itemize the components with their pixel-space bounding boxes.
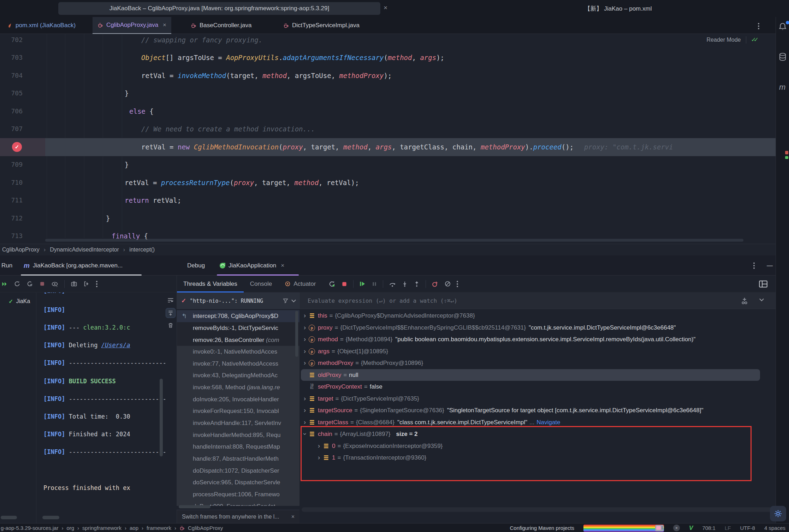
- frame-row-current[interactable]: ↰intercept:708, CglibAopProxy$D: [177, 310, 299, 322]
- expand-icon[interactable]: ›: [301, 395, 309, 402]
- close-icon[interactable]: ×: [384, 4, 387, 12]
- variable-row-this[interactable]: › this={CglibAopProxy$DynamicAdvisedInte…: [301, 310, 776, 321]
- run-console[interactable]: [INFO] [INFO] [INFO] --- clean:3.2.0:c […: [36, 292, 165, 514]
- frame-row[interactable]: invoke:43, DelegatingMethodAc: [177, 370, 299, 382]
- console-vertical-scrollbar[interactable]: [160, 379, 163, 456]
- tab-basecontroller[interactable]: BaseController.java: [186, 17, 256, 34]
- step-over-icon[interactable]: [389, 280, 396, 288]
- expand-icon[interactable]: ›: [301, 336, 309, 343]
- console-horizontal-scrollbar[interactable]: [42, 516, 59, 519]
- frame-row[interactable]: invokeForRequest:150, Invocabl: [177, 405, 299, 417]
- rerun-failed-icon[interactable]: [26, 280, 33, 287]
- minimize-icon[interactable]: —: [767, 262, 773, 269]
- more-kebab-icon[interactable]: [457, 281, 458, 287]
- expand-icon[interactable]: ›: [301, 312, 309, 319]
- frame-row[interactable]: doService:965, DispatcherServle: [177, 477, 299, 489]
- resume-icon[interactable]: [359, 280, 366, 287]
- layout-settings-icon[interactable]: [759, 280, 768, 288]
- export-icon[interactable]: [83, 280, 90, 287]
- editor-horizontal-scrollbar[interactable]: [45, 239, 743, 242]
- frame-row[interactable]: invoke:568, Method (java.lang.re: [177, 382, 299, 394]
- frames-vertical-scrollbar[interactable]: [295, 311, 298, 357]
- expand-icon[interactable]: ›: [301, 419, 309, 426]
- path-item[interactable]: framework: [147, 525, 171, 531]
- stop-icon[interactable]: [39, 281, 45, 287]
- breadcrumb-item[interactable]: CglibAopProxy: [2, 247, 40, 253]
- close-icon[interactable]: ×: [291, 514, 295, 520]
- breadcrumb-item[interactable]: intercept(): [129, 247, 155, 253]
- camera-icon[interactable]: [71, 280, 77, 287]
- path-item[interactable]: springframework: [82, 525, 121, 531]
- frame-row[interactable]: handleInternal:808, RequestMap: [177, 441, 299, 453]
- debugger-settings-button[interactable]: [770, 506, 786, 521]
- expand-icon[interactable]: ›: [301, 348, 309, 355]
- tab-dicttypeserviceimpl[interactable]: DictTypeServiceImpl.java: [278, 17, 364, 34]
- frame-row[interactable]: invoke0:-1, NativeMethodAcces: [177, 346, 299, 358]
- variable-row-args[interactable]: › p args={Object[1]@10895}: [301, 345, 776, 357]
- variable-row-proxy[interactable]: › p proxy={DictTypeServiceImpl$$Enhancer…: [301, 322, 776, 333]
- caret-position[interactable]: 708:1: [702, 525, 716, 531]
- scroll-to-end-toggle[interactable]: [166, 308, 176, 318]
- file-encoding[interactable]: UTF-8: [740, 525, 755, 531]
- code-editor[interactable]: 702 703 704 705 706 707 ✓ 709 710 711 71…: [0, 34, 776, 244]
- step-into-icon[interactable]: [402, 281, 408, 287]
- variable-row-methodproxy[interactable]: › p methodProxy={MethodProxy@10896}: [301, 357, 776, 369]
- frames-horizontal-scrollbar[interactable]: [179, 505, 210, 508]
- frame-row[interactable]: invoke:77, NativeMethodAccess: [177, 358, 299, 370]
- database-icon[interactable]: [778, 52, 787, 61]
- expand-icon[interactable]: ›: [301, 359, 309, 367]
- variable-row-setproxycontext[interactable]: 1001 setProxyContext=false: [301, 381, 776, 392]
- expand-icon[interactable]: ›: [301, 324, 309, 331]
- frame-row[interactable]: remove:26, BaseController (com: [177, 334, 299, 346]
- path-item[interactable]: aop: [130, 525, 138, 531]
- frame-row[interactable]: doInvoke:205, InvocableHandler: [177, 394, 299, 406]
- rerun-debug-icon[interactable]: [328, 280, 336, 288]
- notifications-bell-icon[interactable]: [778, 22, 787, 31]
- filter-funnel-icon[interactable]: [283, 298, 289, 304]
- maven-tool-icon[interactable]: m: [779, 83, 785, 92]
- rerun-icon[interactable]: [14, 280, 20, 287]
- chevron-down-icon[interactable]: [291, 298, 296, 302]
- breadcrumb-item[interactable]: DynamicAdvisedInterceptor: [50, 247, 119, 253]
- close-icon[interactable]: ×: [281, 262, 284, 269]
- tab-console[interactable]: Console: [244, 276, 278, 292]
- stop-icon[interactable]: [341, 281, 348, 287]
- tab-options-kebab-icon[interactable]: [758, 23, 759, 29]
- eye-watch-icon[interactable]: [51, 280, 58, 288]
- test-tree-item[interactable]: ✓ JiaKa: [8, 298, 30, 305]
- variable-row-target[interactable]: › target={DictTypeServiceImpl@7635}: [301, 393, 776, 404]
- tab-cglibaopproxy[interactable]: CglibAopProxy.java ×: [93, 17, 171, 34]
- variables-horizontal-scrollbar[interactable]: [302, 507, 773, 512]
- view-breakpoints-icon[interactable]: [432, 280, 439, 288]
- thread-selector[interactable]: ✓ "http-nio-...": RUNNING: [177, 292, 299, 309]
- expand-icon[interactable]: ›: [301, 407, 309, 414]
- tab-actuator[interactable]: Actuator: [278, 276, 322, 292]
- path-item[interactable]: org: [66, 525, 74, 531]
- tree-horizontal-scrollbar[interactable]: [1, 516, 17, 519]
- close-icon[interactable]: ×: [163, 22, 166, 29]
- path-item[interactable]: CglibAopProxy: [188, 525, 223, 531]
- path-item[interactable]: g-aop-5.3.29-sources.jar: [1, 525, 58, 531]
- vcs-icon[interactable]: V: [689, 525, 693, 532]
- debug-session-tab[interactable]: JiaKaoApplication ×: [215, 255, 300, 276]
- tab-threads-variables[interactable]: Threads & Variables: [177, 276, 244, 292]
- resume-run-icon[interactable]: [1, 281, 8, 287]
- debug-options-kebab-icon[interactable]: [753, 262, 755, 269]
- variable-row-oldproxy-selected[interactable]: oldProxy=null: [301, 369, 760, 381]
- run-toolwindow-label[interactable]: Run: [1, 255, 12, 276]
- add-watch-icon[interactable]: [740, 297, 749, 305]
- run-options-kebab-icon[interactable]: [96, 281, 97, 287]
- step-out-icon[interactable]: [414, 281, 420, 287]
- run-config-tab[interactable]: m JiaKaoBack [org.apache.maven...: [19, 255, 143, 276]
- mute-breakpoints-icon[interactable]: [444, 280, 451, 287]
- breakpoint-icon[interactable]: ✓: [12, 142, 22, 152]
- debug-toolwindow-label[interactable]: Debug: [187, 255, 205, 276]
- soft-wrap-icon[interactable]: [167, 297, 174, 304]
- variable-row-method[interactable]: › p method={Method@10894}"public boolean…: [301, 333, 776, 345]
- line-ending[interactable]: LF: [725, 525, 731, 531]
- indent-setting[interactable]: 4 spaces: [764, 525, 785, 531]
- variable-row-targetsource[interactable]: › targetSource={SingletonTargetSource@76…: [301, 404, 776, 416]
- cancel-progress-icon[interactable]: ×: [673, 525, 680, 531]
- frame-row[interactable]: handle:87, AbstractHandlerMeth: [177, 453, 299, 465]
- clear-trash-icon[interactable]: [167, 322, 174, 329]
